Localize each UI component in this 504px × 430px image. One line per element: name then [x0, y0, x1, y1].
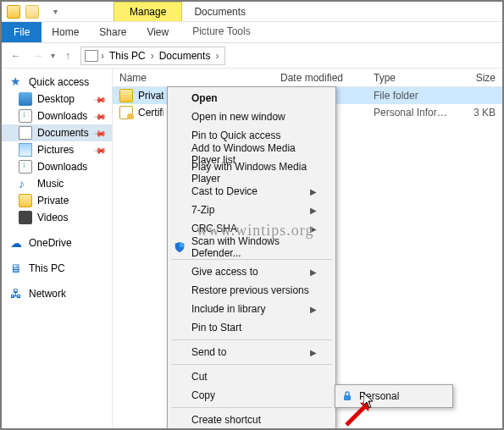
menu-item[interactable]: Pin to Start — [169, 318, 334, 337]
qat-new-folder-icon[interactable] — [25, 5, 39, 19]
desktop-icon — [19, 92, 32, 106]
chevron-right-icon: ▶ — [310, 348, 317, 357]
nav-label: Documents — [37, 127, 89, 139]
nav-onedrive[interactable]: ☁ OneDrive — [2, 234, 112, 251]
nav-pictures[interactable]: Pictures 📌 — [2, 141, 112, 158]
tab-picture-tools[interactable]: Picture Tools — [182, 22, 260, 42]
thispc-icon: 🖥 — [10, 262, 24, 275]
breadcrumb-icon — [85, 50, 98, 62]
submenu-item-label: Personal — [359, 390, 399, 402]
menu-item[interactable]: Scan with Windows Defender... — [169, 238, 334, 256]
menu-item-label: Open in new window — [191, 111, 285, 123]
menu-item-label: Send to — [191, 346, 226, 358]
nav-label: Pictures — [37, 144, 74, 156]
file-name: Certificate — [138, 107, 163, 119]
tab-home[interactable]: Home — [42, 22, 89, 42]
chevron-right-icon: ▶ — [310, 206, 317, 215]
nav-network[interactable]: 🖧 Network — [2, 285, 112, 302]
address-bar: ← → ▾ ↑ › This PC › Documents › — [2, 43, 502, 69]
nav-label: Private — [37, 195, 69, 207]
certificate-icon — [119, 106, 133, 119]
chevron-right-icon[interactable]: › — [98, 50, 107, 62]
context-submenu: Personal — [335, 384, 453, 408]
chevron-right-icon[interactable]: › — [213, 50, 221, 62]
menu-item[interactable]: 7-Zip▶ — [169, 201, 334, 219]
nav-quick-access[interactable]: ★ Quick access — [2, 74, 112, 91]
nav-label: Downloads — [37, 110, 87, 122]
col-type[interactable]: Type — [367, 72, 460, 84]
nav-desktop[interactable]: Desktop 📌 — [2, 91, 112, 108]
column-headers: Name Date modified Type Size — [113, 69, 502, 87]
nav-private[interactable]: Private — [2, 192, 112, 209]
menu-item[interactable]: Cast to Device▶ — [169, 182, 334, 201]
ribbon-tabs: File Home Share View Picture Tools — [2, 22, 502, 43]
menu-item[interactable]: Cut — [169, 367, 334, 386]
pin-icon: 📌 — [93, 143, 107, 157]
nav-music[interactable]: ♪ Music — [2, 175, 112, 192]
menu-item-label: Pin to Quick access — [191, 130, 280, 141]
downloads-icon — [19, 160, 32, 174]
file-name: Private — [138, 90, 163, 102]
chevron-right-icon[interactable]: › — [148, 50, 157, 62]
qat-dropdown-icon[interactable]: ▾ — [53, 7, 58, 16]
nav-label: Music — [37, 178, 64, 190]
window-title: Documents — [182, 2, 258, 21]
file-type: Personal Informati... — [367, 107, 460, 119]
recent-dropdown-icon[interactable]: ▾ — [51, 51, 55, 60]
contextual-tab-manage[interactable]: Manage — [114, 2, 182, 21]
submenu-item[interactable]: Personal — [337, 387, 451, 405]
menu-item[interactable]: Copy — [169, 386, 334, 405]
nav-documents[interactable]: Documents 📌 — [2, 124, 112, 141]
folder-icon — [119, 89, 133, 102]
menu-item[interactable]: Give access to▶ — [169, 262, 334, 281]
file-type: File folder — [367, 90, 460, 102]
col-date[interactable]: Date modified — [274, 72, 367, 84]
menu-item[interactable]: Restore previous versions — [169, 281, 334, 300]
menu-separator — [171, 339, 332, 340]
menu-item[interactable]: Open — [169, 89, 334, 108]
nav-downloads[interactable]: Downloads 📌 — [2, 108, 112, 124]
breadcrumb[interactable]: › This PC › Documents › — [80, 47, 225, 65]
col-name[interactable]: Name — [113, 72, 274, 84]
menu-item[interactable]: Include in library▶ — [169, 300, 334, 318]
pictures-icon — [19, 143, 32, 157]
menu-item[interactable]: Send to▶ — [169, 343, 334, 361]
forward-button[interactable]: → — [29, 47, 47, 65]
title-bar: ▾ Manage Documents — [2, 2, 502, 22]
nav-videos[interactable]: Videos — [2, 209, 112, 226]
quick-access-toolbar: ▾ — [2, 2, 63, 21]
onedrive-icon: ☁ — [10, 236, 24, 250]
menu-item-label: Pin to Start — [191, 322, 241, 334]
menu-item-label: Scan with Windows Defender... — [191, 235, 317, 259]
folder-icon — [19, 194, 32, 207]
downloads-icon — [19, 109, 32, 123]
breadcrumb-seg-thispc[interactable]: This PC — [107, 50, 148, 62]
nav-thispc[interactable]: 🖥 This PC — [2, 260, 112, 277]
breadcrumb-seg-documents[interactable]: Documents — [157, 50, 213, 62]
menu-item[interactable]: Create shortcut — [169, 411, 334, 429]
pin-icon: 📌 — [93, 92, 107, 106]
nav-downloads-2[interactable]: Downloads — [2, 158, 112, 175]
network-icon: 🖧 — [10, 287, 24, 300]
back-button[interactable]: ← — [7, 47, 25, 65]
menu-item[interactable]: Open in new window — [169, 108, 334, 126]
chevron-right-icon: ▶ — [310, 267, 317, 277]
star-icon: ★ — [10, 75, 24, 89]
context-menu: OpenOpen in new windowPin to Quick acces… — [167, 86, 336, 430]
up-button[interactable]: ↑ — [58, 47, 77, 65]
tab-view[interactable]: View — [136, 22, 179, 42]
manage-label: Manage — [130, 6, 166, 18]
file-tab[interactable]: File — [2, 22, 42, 42]
menu-item-label: Give access to — [191, 266, 258, 278]
pin-icon: 📌 — [93, 109, 107, 123]
menu-item-label: CRC SHA — [191, 223, 237, 234]
chevron-right-icon: ▶ — [310, 187, 317, 196]
menu-item[interactable]: Play with Windows Media Player — [169, 163, 334, 182]
menu-item-label: Copy — [191, 389, 215, 401]
nav-label: Network — [29, 288, 66, 300]
tab-share[interactable]: Share — [89, 22, 136, 42]
lock-icon — [341, 389, 354, 403]
explorer-window: ▾ Manage Documents File Home Share View … — [0, 0, 504, 430]
col-size[interactable]: Size — [460, 72, 502, 84]
videos-icon — [19, 211, 32, 224]
